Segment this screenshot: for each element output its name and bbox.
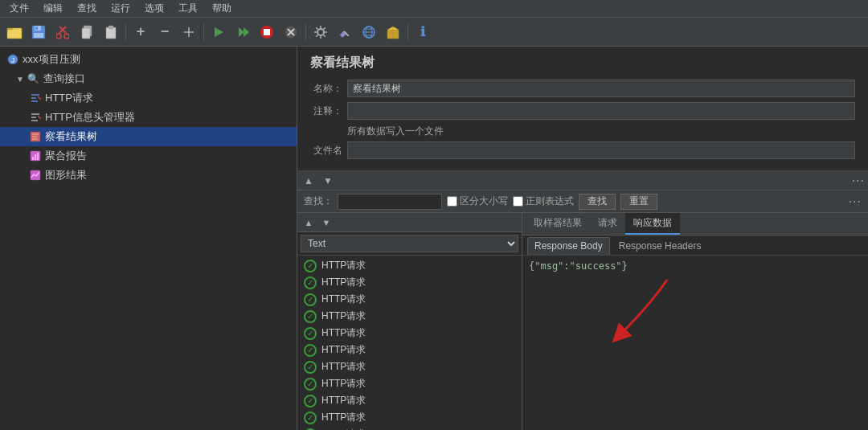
- sidebar-http-request-label: HTTP请求: [45, 91, 93, 105]
- reset-button[interactable]: 重置: [620, 194, 657, 210]
- list-item[interactable]: HTTP请求: [297, 426, 522, 430]
- regex-checkbox[interactable]: [513, 196, 523, 207]
- http-item-label: HTTP请求: [321, 394, 366, 407]
- tl-btn-down[interactable]: ▼: [318, 215, 334, 230]
- toolbar-btn-info[interactable]: ℹ: [411, 21, 434, 43]
- drag-handle[interactable]: [518, 213, 526, 430]
- project-icon: J: [6, 53, 19, 66]
- list-item[interactable]: HTTP请求: [297, 274, 522, 291]
- toolbar-btn-play[interactable]: [207, 21, 230, 43]
- result-toolbar-btn-up[interactable]: ▲: [301, 174, 317, 188]
- config-area: 察看结果树 名称： 注释： 所有数据写入一个文件 文件名: [297, 47, 868, 171]
- sidebar-item-http-header[interactable]: HTTP信息头管理器: [0, 108, 297, 127]
- tab-request[interactable]: 请求: [590, 213, 625, 235]
- tab-sampler-result[interactable]: 取样器结果: [526, 213, 590, 235]
- toolbar-btn-add[interactable]: +: [129, 21, 152, 43]
- menu-run[interactable]: 运行: [104, 0, 137, 17]
- http-item-label: HTTP请求: [321, 276, 366, 289]
- regex-label[interactable]: 正则表达式: [513, 195, 574, 208]
- case-sensitive-label[interactable]: 区分大小写: [447, 195, 508, 208]
- http-item-label: HTTP请求: [321, 309, 366, 323]
- comment-input[interactable]: [347, 102, 855, 120]
- list-item[interactable]: HTTP请求: [297, 342, 522, 358]
- menu-help[interactable]: 帮助: [206, 0, 238, 17]
- svg-rect-46: [35, 154, 36, 160]
- toolbar-btn-package[interactable]: [382, 21, 404, 43]
- toolbar-btn-open[interactable]: [3, 21, 26, 43]
- list-item[interactable]: HTTP请求: [297, 257, 522, 274]
- tab-response-data[interactable]: 响应数据: [625, 213, 680, 235]
- http-item-label: HTTP请求: [321, 411, 366, 424]
- result-toolbar-btn-down[interactable]: ▼: [320, 174, 336, 188]
- sidebar-tree: J xxx项目压测 ▼ 🔍 查询接口 HTTP请求: [0, 47, 297, 430]
- toolbar-btn-cut[interactable]: [51, 21, 74, 43]
- main-layout: J xxx项目压测 ▼ 🔍 查询接口 HTTP请求: [0, 47, 868, 430]
- menu-edit[interactable]: 编辑: [37, 0, 69, 17]
- sidebar-item-http-request[interactable]: HTTP请求: [0, 88, 297, 108]
- sub-tab-response-headers[interactable]: Response Headers: [612, 237, 709, 255]
- file-input[interactable]: [347, 141, 855, 159]
- toolbar-btn-copy[interactable]: [76, 21, 98, 43]
- file-row: 文件名: [310, 141, 855, 159]
- svg-rect-47: [37, 153, 39, 160]
- toolbar-btn-paste[interactable]: [100, 21, 122, 43]
- case-sensitive-checkbox[interactable]: [447, 196, 457, 207]
- search-dots[interactable]: ···: [849, 195, 862, 209]
- list-item[interactable]: HTTP请求: [297, 375, 522, 392]
- toolbar-btn-settings[interactable]: [309, 21, 332, 43]
- format-select[interactable]: Text JSON XML HTML: [301, 235, 518, 252]
- toolbar-btn-expand[interactable]: [178, 21, 200, 43]
- toolbar: + − ℹ: [0, 18, 868, 47]
- tree-list-panel: ▲ ▼ Text JSON XML HTML HTTP请: [297, 213, 522, 430]
- menu-file[interactable]: 文件: [3, 0, 35, 17]
- menu-tools[interactable]: 工具: [172, 0, 204, 17]
- graph-result-icon: [29, 169, 42, 182]
- list-item[interactable]: HTTP请求: [297, 392, 522, 409]
- check-icon: [304, 378, 317, 391]
- svg-rect-12: [82, 28, 90, 39]
- sidebar-item-result-tree[interactable]: 察看结果树: [0, 127, 297, 146]
- note-text: 所有数据写入一个文件: [347, 125, 855, 138]
- name-row: 名称：: [310, 80, 855, 97]
- list-item[interactable]: HTTP请求: [297, 291, 522, 308]
- response-panel: 取样器结果 请求 响应数据 Response Body Response Hea…: [522, 213, 868, 430]
- project-name: xxx项目压测: [23, 52, 80, 67]
- sidebar-http-header-label: HTTP信息头管理器: [45, 110, 135, 125]
- toolbar-btn-close[interactable]: [280, 21, 302, 43]
- toolbar-btn-remove[interactable]: −: [154, 21, 176, 43]
- tl-btn-up[interactable]: ▲: [301, 215, 317, 230]
- toolbar-sep-3: [305, 23, 306, 41]
- check-icon: [304, 344, 317, 357]
- toolbar-btn-stop[interactable]: [256, 21, 278, 43]
- toolbar-btn-play2[interactable]: [231, 21, 254, 43]
- toolbar-btn-save[interactable]: [27, 21, 50, 43]
- toolbar-btn-globe[interactable]: [358, 21, 380, 43]
- list-item[interactable]: HTTP请求: [297, 325, 522, 342]
- result-toolbar: ▲ ▼ ···: [297, 171, 868, 190]
- list-item[interactable]: HTTP请求: [297, 409, 522, 426]
- check-icon: [304, 260, 317, 272]
- toolbar-btn-hammer[interactable]: [334, 21, 356, 43]
- svg-rect-2: [8, 30, 21, 38]
- config-title: 察看结果树: [310, 55, 855, 72]
- sidebar-item-query-interface[interactable]: ▼ 🔍 查询接口: [0, 69, 297, 88]
- name-input[interactable]: [347, 80, 855, 97]
- sidebar-item-graph-result[interactable]: 图形结果: [0, 166, 297, 185]
- list-item[interactable]: HTTP请求: [297, 358, 522, 375]
- search-bar: 查找： 区分大小写 正则表达式 查找 重置 ···: [297, 190, 868, 213]
- menu-find[interactable]: 查找: [71, 0, 103, 17]
- toolbar-sep-4: [407, 23, 408, 41]
- find-button[interactable]: 查找: [579, 194, 616, 210]
- sidebar-item-project[interactable]: J xxx项目压测: [0, 50, 297, 69]
- result-toolbar-dots[interactable]: ···: [852, 174, 865, 188]
- svg-marker-19: [244, 27, 249, 37]
- check-icon: [304, 395, 317, 407]
- list-item[interactable]: HTTP请求: [297, 308, 522, 325]
- menu-options[interactable]: 选项: [138, 0, 170, 17]
- response-tabs: 取样器结果 请求 响应数据: [522, 213, 868, 235]
- toolbar-sep-1: [125, 23, 126, 41]
- http-item-label: HTTP请求: [321, 343, 366, 357]
- search-input[interactable]: [338, 194, 442, 210]
- sub-tab-response-body[interactable]: Response Body: [527, 237, 610, 255]
- sidebar-item-aggregate-report[interactable]: 聚合报告: [0, 146, 297, 166]
